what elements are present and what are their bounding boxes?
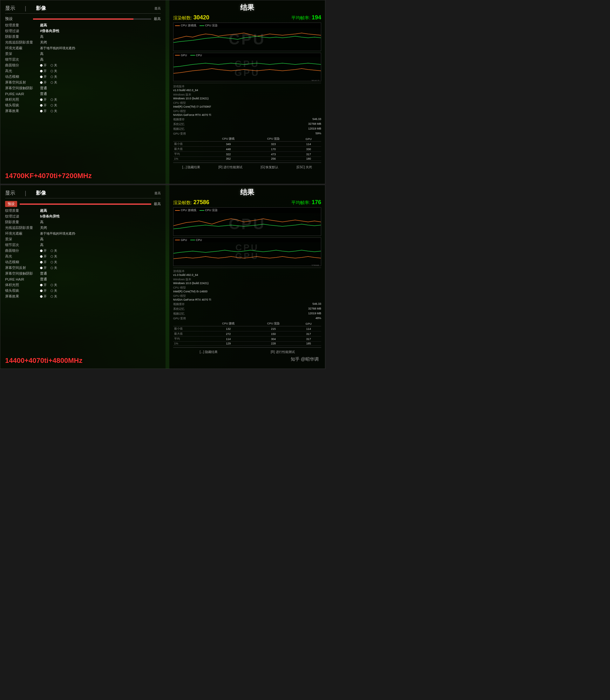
setting-lod-2: 细节层次 高	[5, 243, 161, 247]
avg-fps-1: 平均帧率: 194	[291, 14, 321, 21]
chart1-legend-2: CPU 游戏线 CPU 渲染	[174, 207, 321, 213]
setting-specular-2: 高光 开 关	[5, 254, 161, 259]
setting-screen-effect-1: 屏幕效果 开 关	[5, 109, 161, 113]
gpu-usage-row-1: GPU 受用 59%	[173, 132, 321, 136]
perf-table-2: CPU 游戏 CPU 渲染 GPU 最小值 132 215 114 最大值 27…	[173, 321, 321, 346]
setting-tess-2: 曲面细分 开 关	[5, 248, 161, 253]
setting-motionblur-1: 动态模糊 开 关	[5, 74, 161, 79]
setting-texture-filter-2: 纹理过滤 b倍各向异性	[5, 214, 161, 219]
windows-row-1: Windows 版本 Windows 10.0 (build 22421)	[173, 93, 321, 100]
chart2-canvas-2: CPU GPU	[174, 242, 321, 264]
result-title-1: 结果	[173, 3, 321, 12]
chart2-legend-1: GPU CPU	[174, 53, 321, 57]
tab-divider-1: |	[25, 5, 26, 12]
setting-ao-2: 环境光遮蔽 基于地平线的环境光遮挡·	[5, 231, 161, 236]
left-panel-2: 显示 | 影像 最高 预设 最高 纹理质量 超高 纹理过滤 b倍各向异性	[0, 185, 165, 369]
preset-value-2: 最高	[154, 202, 161, 206]
setting-volumetric-2: 体积光照 开 关	[5, 283, 161, 287]
watermark-1: 14700KF+4070ti+7200MHz	[5, 172, 92, 180]
mem-row1-1: 视频缓存 546.33	[173, 117, 321, 121]
btn-run-2[interactable]: [R] 进行性能测试	[269, 349, 296, 355]
setting-dof-1: 景深 高	[5, 51, 161, 56]
cpu-row-2: CPU 模型 Intel(R) Core(TM) i5-14600	[173, 286, 321, 293]
preset-active-2: 预设	[5, 201, 17, 207]
setting-texture-quality-2: 纹理质量 超高	[5, 208, 161, 213]
preset-row-1: 预设 最高	[5, 16, 161, 21]
setting-lens-2: 镜头瑕疵 开 关	[5, 288, 161, 293]
table-header-cpu-render-1: CPU 渲染	[251, 136, 296, 141]
preset-row-2: 预设 最高	[5, 201, 161, 207]
setting-contact-shadow-2: 屏幕空间接触阴影 普通	[5, 271, 161, 276]
mem-row1-2: 视频缓存 546.33	[173, 302, 321, 306]
setting-rt-shadow-2: 光线追踪阴影质量 关闭	[5, 226, 161, 230]
preset-value-1: 最高	[154, 17, 161, 21]
right-panel-1: 结果 渲染帧数: 30420 平均帧率: 194 CPU 游戏线	[169, 0, 325, 184]
gpu-usage-row-2: GPU 受用 48%	[173, 317, 321, 321]
chart2-legend-2: GPU CPU	[174, 238, 321, 242]
stats-row-2: 渲染帧数: 27586 平均帧率: 176	[173, 199, 321, 206]
table-header-cpu-render-2: CPU 渲染	[251, 321, 296, 326]
table-row-1pct-2: 1% 129 228 185	[173, 341, 321, 346]
quality-label-1: 最高	[155, 6, 161, 11]
mem-row3-2: 视频记忆 12019 MB	[173, 312, 321, 316]
btn-run-1[interactable]: [R] 进行性能测试	[217, 164, 244, 170]
watermark-2: 14400+4070ti+4800MHz	[5, 356, 82, 365]
tab-image-1[interactable]: 影像	[36, 5, 46, 12]
table-row-avg-2: 平均 114 304 317	[173, 336, 321, 341]
tabs-1: 显示 | 影像 最高	[5, 3, 161, 14]
table-header-cpu-game-2: CPU 游戏	[206, 321, 251, 326]
stats-row-1: 渲染帧数: 30420 平均帧率: 194	[173, 14, 321, 21]
divider1-2	[173, 268, 321, 268]
chart1-canvas-2: CPU	[174, 213, 321, 235]
setting-purehair-2: PURE HAIR 普通	[5, 277, 161, 282]
setting-dof-2: 景深 高	[5, 237, 161, 241]
chart2-end-2: 27585	[174, 264, 321, 266]
setting-contact-shadow-1: 屏幕空间接触阴影 普通	[5, 86, 161, 90]
mem-row2-1: 系统记忆 32768 MB	[173, 122, 321, 126]
chart2-2: GPU CPU CPU GPU 27585	[173, 237, 321, 266]
preset-track-1	[33, 18, 151, 20]
perf-table-1: CPU 游戏 CPU 渲染 GPU 最小值 349 323 114 最大值 44…	[173, 136, 321, 161]
settings-list-2: 纹理质量 超高 纹理过滤 b倍各向异性 阴影质量 高 光线追踪阴影质量 关闭 环…	[5, 208, 161, 299]
setting-tess-1: 曲面细分 开 关	[5, 63, 161, 68]
bottom-buttons-2: [...] 隐藏结果 [R] 进行性能测试	[173, 347, 321, 355]
gpu-row-1: GPU 模型 NVIDIA GeForce RTX 4070 Ti	[173, 109, 321, 117]
btn-hide-2[interactable]: [...] 隐藏结果	[198, 349, 219, 355]
cpu-watermark-1: CPU	[229, 31, 266, 48]
setting-ssr-2: 屏幕空间反射 开 关	[5, 265, 161, 270]
table-header-cpu-game-1: CPU 游戏	[206, 136, 251, 141]
zhihu-watermark: 知乎 @昭华调	[291, 356, 319, 362]
table-row-max-2: 最大值 272 150 317	[173, 331, 321, 336]
setting-ssr-1: 屏幕空间反射 开 关	[5, 80, 161, 85]
gpu-watermark-2: GPU	[235, 251, 259, 261]
btn-close-1[interactable]: [ESC] 关闭	[295, 164, 314, 170]
bottom-buttons-1: [...] 隐藏结果 [R] 进行性能测试 [G] 恢复默认 [ESC] 关闭	[173, 163, 321, 170]
game-version-row-2: 游戏版本 v1.0 build 492.0_64	[173, 269, 321, 277]
divider1-1	[173, 83, 321, 83]
setting-texture-quality-1: 纹理质量 超高	[5, 23, 161, 28]
table-row-avg-1: 平均 322 473 317	[173, 152, 321, 157]
table-header-gpu-1: GPU	[296, 136, 321, 141]
setting-purehair-1: PURE HAIR 普通	[5, 91, 161, 96]
mem-row2-2: 系统记忆 32768 MB	[173, 307, 321, 311]
btn-hide-1[interactable]: [...] 隐藏结果	[181, 164, 202, 170]
chart2-1: GPU CPU CPU GPU	[173, 53, 321, 81]
table-row-max-1: 最大值 448 170 330	[173, 147, 321, 152]
setting-ao-1: 环境光遮蔽 基于地平线的环境光遮挡·	[5, 46, 161, 50]
setting-motionblur-2: 动态模糊 开 关	[5, 260, 161, 264]
tab-image-2[interactable]: 影像	[36, 190, 46, 197]
btn-restore-1[interactable]: [G] 恢复默认	[259, 164, 280, 170]
tab-display-2[interactable]: 显示	[5, 190, 15, 197]
result-title-2: 结果	[173, 188, 321, 197]
tab-display-1[interactable]: 显示	[5, 5, 15, 12]
table-header-gpu-2: GPU	[296, 321, 321, 326]
table-row-1pct-1: 1% 352 256 180	[173, 157, 321, 161]
setting-shadow-1: 阴影质量 高	[5, 34, 161, 39]
tabs-2: 显示 | 影像 最高	[5, 188, 161, 198]
game-panel-2: Shadow of the Tomb Raider v1.0 benchmark…	[0, 185, 325, 369]
windows-row-2: Windows 版本 Windows 10.0 (build 22421)	[173, 278, 321, 285]
table-row-min-2: 最小值 132 215 114	[173, 326, 321, 331]
table-row-min-1: 最小值 349 323 114	[173, 141, 321, 147]
setting-lens-1: 镜头瑕疵 开 关	[5, 103, 161, 107]
right-panel-2: 结果 渲染帧数: 27586 平均帧率: 176 CPU 游戏线	[169, 185, 325, 369]
